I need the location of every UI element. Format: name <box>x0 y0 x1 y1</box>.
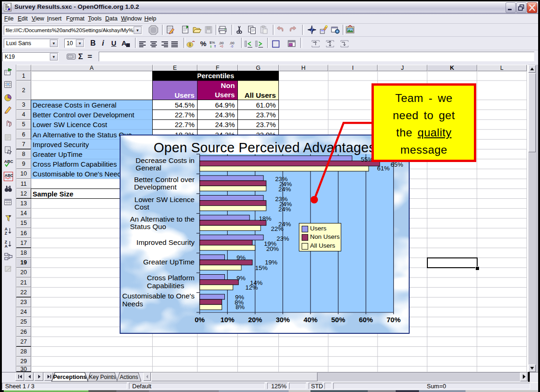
svg-text:Actions: Actions <box>120 374 138 380</box>
svg-text:ABC: ABC <box>5 173 13 178</box>
svg-text:Z: Z <box>5 231 7 236</box>
svg-text:Key Points: Key Points <box>89 374 115 380</box>
svg-text:A: A <box>5 244 7 249</box>
svg-text:Perceptions: Perceptions <box>53 374 87 380</box>
